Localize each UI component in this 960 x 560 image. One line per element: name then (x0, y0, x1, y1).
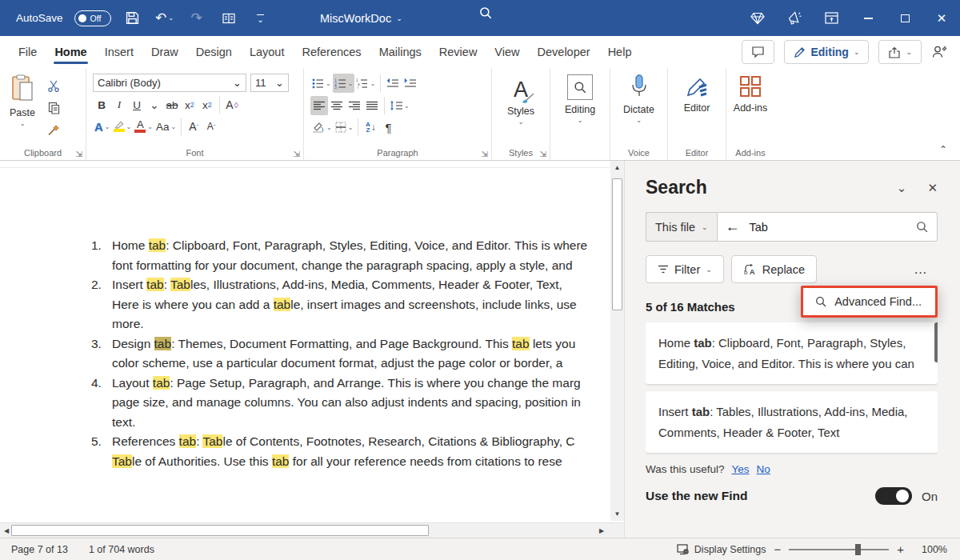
vertical-scrollbar[interactable]: ▲ ▼ (610, 161, 624, 521)
titlebar-search-button[interactable] (478, 6, 493, 20)
align-left-button[interactable] (310, 96, 328, 115)
zoom-slider[interactable] (789, 549, 889, 550)
underline-button[interactable]: U (128, 95, 146, 114)
multilevel-list-button[interactable]: 1ai ⌄ (354, 74, 377, 93)
clear-formatting-button[interactable]: A◊ (223, 95, 241, 114)
replace-button[interactable]: b A Replace (731, 255, 817, 283)
search-input[interactable]: ← Tab (717, 212, 938, 242)
shading-button[interactable]: ⌄ (310, 118, 334, 137)
ribbon-tab-review[interactable]: Review (430, 38, 486, 66)
search-result-card[interactable]: Insert tab: Tables, Illustrations, Add-i… (646, 391, 938, 453)
numbering-button[interactable]: 123 ⌄ (333, 74, 355, 93)
ribbon-tab-file[interactable]: File (10, 38, 46, 66)
ribbon-tab-references[interactable]: References (293, 38, 370, 66)
ribbon-tab-developer[interactable]: Developer (529, 38, 599, 66)
copy-button[interactable] (45, 98, 62, 118)
ribbon-tab-help[interactable]: Help (599, 38, 641, 66)
editing-button[interactable]: Editing ⌄ (550, 68, 610, 145)
save-button[interactable] (122, 6, 143, 31)
document-text[interactable]: 1.Home tab: Clipboard, Font, Paragraph, … (0, 236, 611, 471)
close-button[interactable]: ✕ (923, 0, 960, 36)
bullets-button[interactable]: ⌄ (310, 74, 333, 93)
minimize-button[interactable] (850, 0, 886, 36)
italic-button[interactable]: I (110, 95, 128, 114)
share-button[interactable]: ⌄ (878, 40, 922, 64)
paste-button[interactable]: Paste ⌄ (0, 68, 45, 145)
ribbon-tab-layout[interactable]: Layout (241, 38, 294, 66)
feedback-yes-link[interactable]: Yes (732, 463, 750, 475)
search-result-card[interactable]: Home tab: Clipboard, Font, Paragraph, St… (646, 322, 938, 384)
search-scope-dropdown[interactable]: This file ⌄ (646, 212, 717, 242)
document-line[interactable]: more. (0, 314, 611, 334)
font-color-button[interactable]: A ⌄ (133, 117, 154, 136)
comments-button[interactable] (742, 40, 774, 64)
document-line[interactable]: page size, and manage columns. You can a… (0, 393, 611, 413)
results-scroll-thumb[interactable] (934, 322, 938, 362)
editing-mode-button[interactable]: Editing ⌄ (784, 40, 869, 64)
underline-dropdown-icon[interactable]: ⌄ (146, 95, 163, 114)
document-area[interactable]: 1.Home tab: Clipboard, Font, Paragraph, … (0, 161, 624, 538)
page-indicator[interactable]: Page 7 of 13 (11, 544, 68, 555)
undo-dropdown-icon[interactable]: ⌄ (168, 14, 174, 22)
ribbon-tab-view[interactable]: View (486, 38, 528, 66)
new-find-toggle[interactable] (875, 487, 912, 505)
grow-font-button[interactable]: Aˆ (185, 117, 202, 136)
document-line[interactable]: color scheme, use a particular document … (0, 354, 611, 374)
addins-button[interactable]: Add-ins (726, 68, 774, 145)
horizontal-scroll-thumb[interactable] (11, 525, 429, 536)
filter-button[interactable]: Filter ⌄ (646, 255, 724, 283)
ribbon-tab-insert[interactable]: Insert (96, 38, 142, 66)
maximize-button[interactable] (886, 0, 923, 36)
feedback-no-link[interactable]: No (757, 463, 770, 475)
customize-quick-access-button[interactable]: ⌄ (250, 6, 271, 31)
advanced-find-menu-item[interactable]: Advanced Find... (801, 286, 938, 318)
increase-indent-button[interactable] (402, 74, 419, 93)
subscript-button[interactable]: x2 (181, 95, 198, 114)
document-line[interactable]: 5.References tab: Table of Contents, Foo… (0, 432, 611, 452)
feedback-button[interactable] (776, 0, 813, 36)
ribbon-tab-draw[interactable]: Draw (142, 38, 187, 66)
line-spacing-button[interactable]: ⌄ (388, 96, 411, 115)
zoom-slider-thumb[interactable] (855, 544, 861, 555)
text-highlight-button[interactable]: ⌄ (112, 117, 134, 136)
borders-button[interactable]: ⌄ (334, 118, 355, 137)
document-line[interactable]: 1.Home tab: Clipboard, Font, Paragraph, … (0, 236, 611, 256)
collapse-ribbon-button[interactable]: ⌃ (939, 144, 947, 155)
undo-button[interactable]: ↶⌄ (154, 6, 175, 31)
back-arrow-icon[interactable]: ← (726, 218, 740, 235)
show-hide-marks-button[interactable]: ¶ (379, 118, 397, 137)
zoom-out-button[interactable]: − (774, 542, 781, 556)
justify-button[interactable] (363, 96, 381, 115)
scroll-right-arrow[interactable]: ▶ (595, 523, 608, 538)
paragraph-dialog-launcher[interactable]: ⇲ (482, 150, 488, 158)
cut-button[interactable] (45, 76, 62, 95)
search-submit-icon[interactable] (915, 220, 929, 234)
align-center-button[interactable] (328, 96, 346, 115)
autosave-toggle[interactable]: Off (74, 10, 111, 26)
document-line[interactable]: Here is where you can add a table, inser… (0, 295, 611, 315)
document-line[interactable]: 3.Design tab: Themes, Document Formattin… (0, 334, 611, 354)
collapse-pane-icon[interactable]: ⌄ (897, 181, 907, 195)
document-line[interactable]: text. (0, 413, 611, 433)
more-options-button[interactable]: … (904, 258, 938, 281)
format-painter-button[interactable] (45, 121, 62, 140)
vertical-scroll-thumb[interactable] (612, 178, 622, 310)
ribbon-display-options-button[interactable] (813, 0, 850, 36)
zoom-in-button[interactable]: + (897, 542, 904, 556)
horizontal-scrollbar[interactable]: ◀ ▶ (0, 522, 624, 538)
dictate-button[interactable]: Dictate ⌄ (610, 68, 667, 145)
close-pane-icon[interactable]: ✕ (927, 181, 938, 195)
touch-mouse-mode-button[interactable] (218, 6, 239, 31)
word-count[interactable]: 1 of 704 words (89, 544, 154, 555)
document-line[interactable]: 4.Layout tab: Page Setup, Paragraph, and… (0, 374, 611, 394)
document-line[interactable]: font formatting for your document, chang… (0, 256, 611, 276)
styles-dialog-launcher[interactable]: ⇲ (540, 150, 546, 158)
premium-diamond-button[interactable] (739, 0, 776, 36)
ribbon-tab-mailings[interactable]: Mailings (370, 38, 430, 66)
superscript-button[interactable]: x2 (198, 95, 216, 114)
bold-button[interactable]: B (93, 95, 110, 114)
font-size-select[interactable]: 11⌄ (250, 74, 289, 92)
presence-people-button[interactable] (931, 45, 947, 59)
scroll-up-arrow[interactable]: ▲ (610, 161, 624, 174)
font-name-select[interactable]: Calibri (Body)⌄ (93, 74, 246, 92)
